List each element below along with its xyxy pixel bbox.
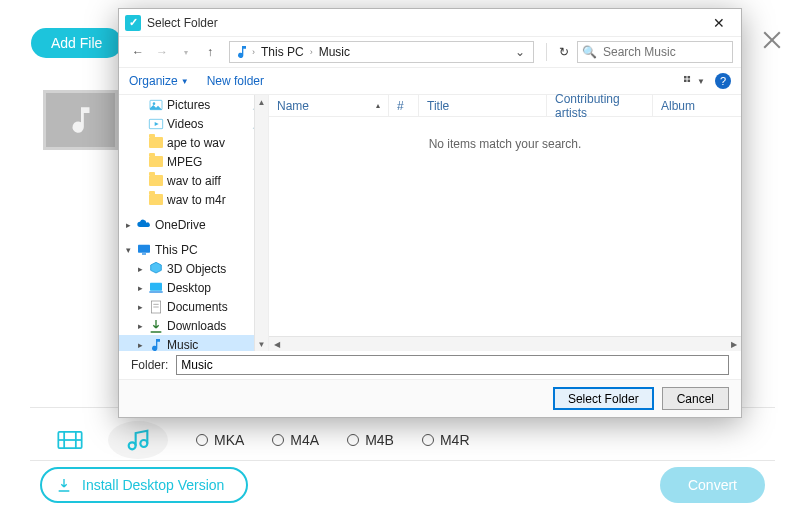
file-list-body: No items match your search. [269, 117, 741, 336]
format-row: MKA M4A M4B M4R [40, 420, 770, 460]
scroll-right-icon[interactable]: ▶ [726, 340, 741, 349]
list-h-scrollbar[interactable]: ◀ ▶ [269, 336, 741, 351]
app-logo-icon: ✓ [125, 15, 141, 31]
select-folder-dialog: ✓ Select Folder ✕ ← → ▾ ↑ › This PC › Mu… [118, 8, 742, 418]
search-icon: 🔍 [582, 45, 597, 59]
scroll-left-icon[interactable]: ◀ [269, 340, 284, 349]
organize-menu[interactable]: Organize▼ [129, 74, 189, 88]
back-icon[interactable]: ← [127, 41, 149, 63]
folder-tree[interactable]: ▸Pictures📌▸Videos📌▸ape to wav▸MPEG▸wav t… [119, 95, 269, 351]
tree-item-this-pc[interactable]: ▾This PC [119, 240, 268, 259]
music-icon [64, 103, 98, 137]
column-headers[interactable]: Name▴ # Title Contributing artists Album [269, 95, 741, 117]
tree-item-desktop[interactable]: ▸Desktop [119, 278, 268, 297]
divider [30, 460, 775, 461]
scroll-up-icon[interactable]: ▲ [255, 95, 268, 109]
titlebar: ✓ Select Folder ✕ [119, 9, 741, 37]
install-desktop-button[interactable]: Install Desktop Version [40, 467, 248, 503]
format-option-m4r[interactable]: M4R [422, 432, 470, 448]
file-list: Name▴ # Title Contributing artists Album… [269, 95, 741, 351]
empty-message: No items match your search. [429, 137, 582, 151]
tree-item-wav-to-aiff[interactable]: ▸wav to aiff [119, 171, 268, 190]
svg-rect-8 [684, 79, 687, 82]
convert-button[interactable]: Convert [660, 467, 765, 503]
folder-input[interactable] [176, 355, 729, 375]
svg-rect-16 [149, 291, 162, 292]
audio-icon[interactable] [108, 421, 168, 459]
help-icon[interactable]: ? [715, 73, 731, 89]
view-options-icon[interactable]: ▼ [683, 72, 705, 90]
folder-input-row: Folder: [119, 351, 741, 379]
download-icon [56, 477, 72, 493]
tree-item-onedrive[interactable]: ▸OneDrive [119, 215, 268, 234]
new-folder-button[interactable]: New folder [207, 74, 264, 88]
forward-icon: → [151, 41, 173, 63]
breadcrumb[interactable]: › This PC › Music ⌄ [229, 41, 534, 63]
svg-rect-6 [684, 76, 687, 79]
tree-scrollbar[interactable]: ▲ ▼ [254, 95, 268, 351]
app-close-icon[interactable] [761, 29, 783, 51]
cancel-button[interactable]: Cancel [662, 387, 729, 410]
tree-item-music[interactable]: ▸Music [119, 335, 268, 351]
recent-dropdown-icon[interactable]: ▾ [175, 41, 197, 63]
breadcrumb-thispc[interactable]: This PC [257, 45, 308, 59]
dialog-title: Select Folder [147, 16, 703, 30]
scroll-down-icon[interactable]: ▼ [255, 337, 268, 351]
svg-point-11 [153, 102, 156, 105]
svg-rect-13 [138, 244, 150, 252]
format-option-m4a[interactable]: M4A [272, 432, 319, 448]
nav-bar: ← → ▾ ↑ › This PC › Music ⌄ ↻ 🔍 [119, 37, 741, 67]
tree-item-pictures[interactable]: ▸Pictures📌 [119, 95, 268, 114]
format-option-mka[interactable]: MKA [196, 432, 244, 448]
tree-item-downloads[interactable]: ▸Downloads [119, 316, 268, 335]
music-folder-icon [234, 44, 250, 60]
svg-rect-9 [688, 79, 691, 82]
search-input[interactable] [601, 44, 755, 60]
tree-item-wav-to-m4r[interactable]: ▸wav to m4r [119, 190, 268, 209]
toolbar: Organize▼ New folder ▼ ? [119, 67, 741, 95]
media-thumbnail [43, 90, 118, 150]
breadcrumb-dropdown-icon[interactable]: ⌄ [511, 45, 529, 59]
svg-rect-7 [688, 76, 691, 79]
tree-item-mpeg[interactable]: ▸MPEG [119, 152, 268, 171]
video-icon[interactable] [40, 421, 100, 459]
svg-rect-14 [142, 253, 146, 254]
refresh-icon[interactable]: ↻ [553, 41, 575, 63]
search-box[interactable]: 🔍 [577, 41, 733, 63]
breadcrumb-music[interactable]: Music [315, 45, 354, 59]
svg-rect-15 [150, 282, 162, 290]
up-icon[interactable]: ↑ [199, 41, 221, 63]
tree-item-videos[interactable]: ▸Videos📌 [119, 114, 268, 133]
select-folder-button[interactable]: Select Folder [553, 387, 654, 410]
svg-point-5 [140, 440, 147, 447]
folder-label: Folder: [131, 358, 168, 372]
close-icon[interactable]: ✕ [703, 11, 735, 35]
tree-item-3d-objects[interactable]: ▸3D Objects [119, 259, 268, 278]
tree-item-documents[interactable]: ▸Documents [119, 297, 268, 316]
dialog-buttons: Select Folder Cancel [119, 379, 741, 417]
format-option-m4b[interactable]: M4B [347, 432, 394, 448]
tree-item-ape-to-wav[interactable]: ▸ape to wav [119, 133, 268, 152]
add-file-button[interactable]: Add File [31, 28, 122, 58]
